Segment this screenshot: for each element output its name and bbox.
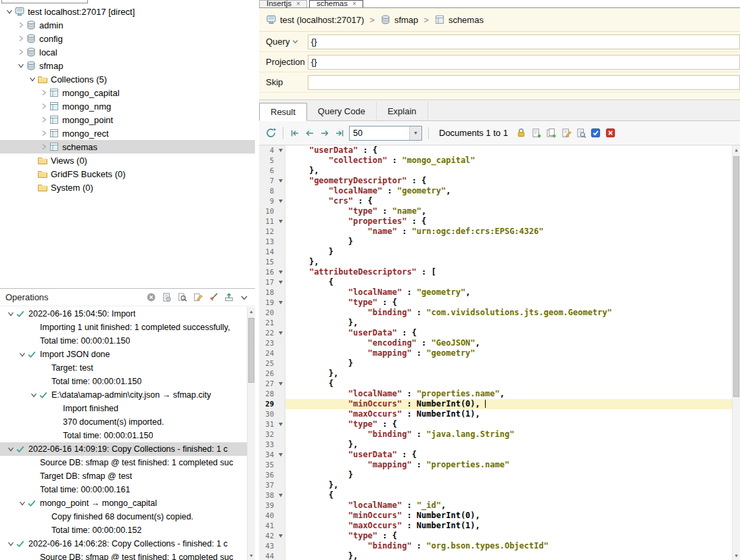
chevron-down-icon[interactable]: ▼ [409, 126, 421, 140]
json-editor[interactable]: 4 "userData" : {5 "collection" : "mongo_… [259, 145, 740, 560]
tree-item-schemas[interactable]: schemas [0, 140, 255, 154]
fold-marker-icon[interactable] [277, 379, 285, 389]
code-line[interactable]: 28 "localName" : "properties.name", [259, 389, 732, 399]
fold-marker-icon[interactable] [277, 490, 285, 500]
export-icon[interactable] [223, 292, 234, 303]
chevron-collapsed-icon[interactable] [39, 129, 49, 138]
code-line[interactable]: 15 }, [259, 257, 732, 267]
operation-row[interactable]: Import finished [0, 402, 247, 415]
operation-row[interactable]: Total time: 00:00:01.150 [0, 334, 247, 348]
code-line[interactable]: 35 "mapping" : "properties.name" [259, 460, 732, 470]
tree-item-admin[interactable]: admin [0, 18, 255, 32]
code-line[interactable]: 4 "userData" : { [259, 145, 732, 156]
code-line[interactable]: 21 }, [259, 318, 732, 328]
code-line[interactable]: 11 "properties" : { [259, 216, 732, 227]
chevron-expanded-icon[interactable] [5, 444, 16, 454]
scroll-down-arrow-icon[interactable]: ▼ [248, 551, 255, 560]
operation-row[interactable]: 370 document(s) imported. [0, 415, 247, 429]
tree-item-gridfs-buckets-0[interactable]: GridFS Buckets (0) [0, 167, 255, 181]
code-line[interactable]: 14 } [259, 247, 732, 257]
tree-item-views-0[interactable]: Views (0) [0, 154, 255, 167]
lock-icon[interactable] [516, 128, 527, 139]
operations-scrollbar[interactable]: ▲ ▼ [247, 307, 255, 560]
scrollbar-thumb[interactable] [733, 156, 739, 397]
chevron-expanded-icon[interactable] [27, 74, 37, 84]
operation-row[interactable]: Copy finished 68 document(s) copied. [0, 510, 247, 523]
tree-item-config[interactable]: config [0, 32, 255, 45]
add-document-icon[interactable] [531, 128, 542, 139]
code-line[interactable]: 27 { [259, 379, 732, 389]
tree-item-sfmap[interactable]: sfmap [0, 59, 255, 72]
first-page-icon[interactable] [290, 128, 300, 139]
code-line[interactable]: 12 "name" : "urn:ogc:def:crs:EPSG:4326" [259, 227, 732, 237]
fold-marker-icon[interactable] [277, 176, 285, 186]
fold-marker-icon[interactable] [277, 450, 285, 460]
tree-item-system-0[interactable]: System (0) [0, 181, 255, 194]
code-line[interactable]: 6 }, [259, 166, 732, 176]
chevron-collapsed-icon[interactable] [16, 20, 26, 30]
code-line[interactable]: 10 "type" : "name", [259, 206, 732, 216]
operation-row[interactable]: Source DB: sfmap @ test finished: 1 comp… [0, 456, 247, 469]
tab-query-code[interactable]: Query Code [307, 102, 377, 120]
scroll-up-arrow-icon[interactable]: ▲ [733, 145, 740, 154]
view-document-icon[interactable] [576, 128, 586, 139]
code-line[interactable]: 34 "userData" : { [259, 450, 732, 460]
code-lines[interactable]: 4 "userData" : {5 "collection" : "mongo_… [259, 145, 732, 560]
code-line[interactable]: 43 "binding" : "org.bson.types.ObjectId" [259, 541, 732, 551]
operation-row[interactable]: Total time: 00:00:00.161 [0, 483, 247, 496]
chevron-expanded-icon[interactable] [5, 539, 16, 549]
chevron-expanded-icon[interactable] [5, 309, 16, 319]
chevron-down-icon[interactable] [239, 292, 250, 303]
fold-marker-icon[interactable] [277, 298, 285, 308]
code-line[interactable]: 23 "encoding" : "GeoJSON", [259, 338, 732, 348]
code-line[interactable]: 40 "minOccurs" : NumberInt(0), [259, 511, 732, 521]
insert-document-icon[interactable] [546, 128, 557, 139]
refresh-icon[interactable] [264, 127, 277, 139]
close-icon[interactable]: × [296, 0, 300, 7]
fold-marker-icon[interactable] [277, 531, 285, 541]
edit-document-icon[interactable] [561, 128, 572, 139]
code-line[interactable]: 18 "localName" : "geometry", [259, 287, 732, 298]
details-icon[interactable] [161, 292, 172, 303]
chevron-collapsed-icon[interactable] [39, 101, 49, 111]
scroll-down-arrow-icon[interactable]: ▼ [733, 551, 740, 560]
code-line[interactable]: 42 "type" : { [259, 531, 732, 541]
code-line[interactable]: 33 }, [259, 440, 732, 450]
tree-item-mongo-capital[interactable]: mongo_capital [0, 86, 255, 99]
breadcrumb-database[interactable]: sfmap [394, 15, 418, 25]
code-line[interactable]: 37 }, [259, 480, 732, 490]
code-line[interactable]: 26 }, [259, 369, 732, 379]
chevron-expanded-icon[interactable] [4, 7, 14, 16]
chevron-collapsed-icon[interactable] [39, 142, 49, 151]
delete-document-icon[interactable] [605, 128, 616, 139]
next-page-icon[interactable] [319, 128, 330, 139]
operation-row[interactable]: Target: test [0, 361, 247, 375]
fold-marker-icon[interactable] [277, 196, 285, 206]
projection-input[interactable] [308, 55, 740, 70]
fold-marker-icon[interactable] [277, 277, 285, 287]
tree-item-local[interactable]: local [0, 45, 255, 59]
code-line[interactable]: 29 "minOccurs" : NumberInt(0), [259, 399, 732, 409]
tree-item-collections-5[interactable]: Collections (5) [0, 72, 255, 86]
code-line[interactable]: 13 } [259, 237, 732, 247]
sweep-icon[interactable] [208, 292, 218, 303]
edit-log-icon[interactable] [192, 292, 203, 303]
code-line[interactable]: 39 "localName" : "_id", [259, 500, 732, 511]
code-line[interactable]: 9 "crs" : { [259, 196, 732, 206]
fold-marker-icon[interactable] [277, 419, 285, 429]
tab-result[interactable]: Result [259, 103, 307, 121]
find-icon[interactable] [177, 292, 187, 303]
code-line[interactable]: 32 "binding" : "java.lang.String" [259, 429, 732, 440]
tab-explain[interactable]: Explain [377, 102, 428, 120]
operation-row[interactable]: 2022-06-16 14:06:28: Copy Collections - … [0, 537, 247, 551]
code-line[interactable]: 38 { [259, 490, 732, 500]
scrollbar-thumb[interactable] [248, 318, 254, 383]
close-icon[interactable]: × [352, 0, 356, 7]
tree-item-test-localhost-27017-direct[interactable]: test localhost:27017 [direct] [0, 5, 255, 18]
chevron-expanded-icon[interactable] [16, 61, 26, 70]
operation-row[interactable]: E:\data\amap-admin\city.json → sfmap.cit… [0, 388, 247, 402]
code-line[interactable]: 17 { [259, 277, 732, 287]
chevron-collapsed-icon[interactable] [39, 115, 49, 124]
select-all-checkbox-icon[interactable] [591, 128, 601, 139]
operation-row[interactable]: Total time: 00:00:00.152 [0, 523, 247, 537]
